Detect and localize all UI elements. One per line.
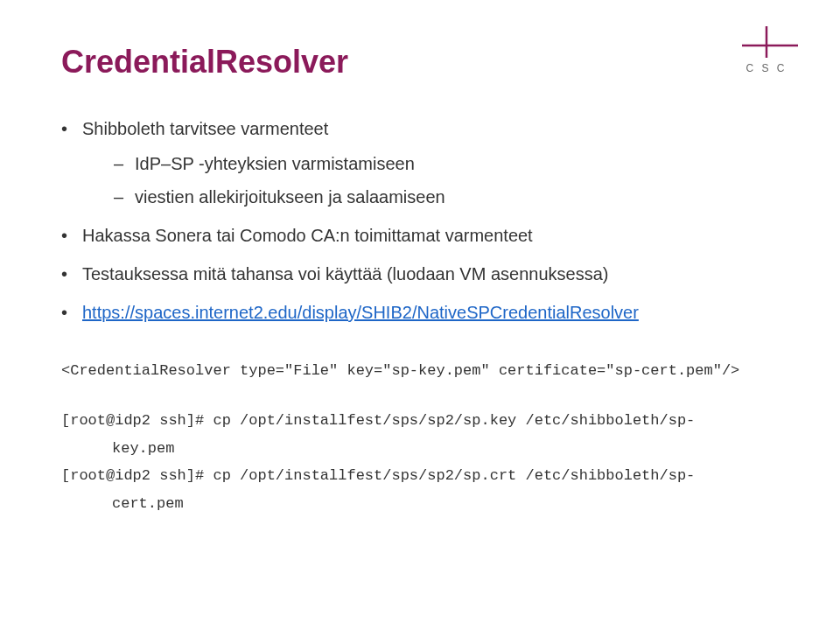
- sub-bullet-text: viestien allekirjoitukseen ja salaamisee…: [135, 187, 445, 206]
- code-line-continuation: key.pem: [61, 435, 779, 462]
- bullet-text: Hakassa Sonera tai Comodo CA:n toimittam…: [82, 226, 533, 245]
- sub-bullet-list: IdP–SP -yhteyksien varmistamiseen viesti…: [82, 150, 779, 210]
- slide-title: CredentialResolver: [61, 44, 779, 80]
- code-line: <CredentialResolver type="File" key="sp-…: [61, 357, 779, 384]
- code-block: <CredentialResolver type="File" key="sp-…: [61, 357, 779, 517]
- code-line-continuation: cert.pem: [61, 490, 779, 517]
- code-line: [root@idp2 ssh]# cp /opt/installfest/sps…: [61, 407, 779, 434]
- code-line: [root@idp2 ssh]# cp /opt/installfest/sps…: [61, 462, 779, 489]
- bullet-text: Testauksessa mitä tahansa voi käyttää (l…: [82, 264, 608, 284]
- sub-bullet-item: IdP–SP -yhteyksien varmistamiseen: [114, 150, 779, 177]
- bullet-item: Shibboleth tarvitsee varmenteet IdP–SP -…: [61, 116, 779, 210]
- svg-text:C S C: C S C: [746, 62, 787, 74]
- sub-bullet-text: IdP–SP -yhteyksien varmistamiseen: [135, 154, 415, 173]
- bullet-link[interactable]: https://spaces.internet2.edu/display/SHI…: [82, 303, 639, 322]
- slide-content: Shibboleth tarvitsee varmenteet IdP–SP -…: [61, 116, 779, 517]
- bullet-list: Shibboleth tarvitsee varmenteet IdP–SP -…: [61, 116, 779, 326]
- slide: C S C CredentialResolver Shibboleth tarv…: [0, 0, 840, 630]
- bullet-item: https://spaces.internet2.edu/display/SHI…: [61, 299, 779, 326]
- sub-bullet-item: viestien allekirjoitukseen ja salaamisee…: [114, 184, 779, 210]
- bullet-text: Shibboleth tarvitsee varmenteet: [82, 119, 328, 138]
- csc-logo: C S C: [732, 24, 802, 77]
- bullet-item: Testauksessa mitä tahansa voi käyttää (l…: [61, 261, 779, 287]
- bullet-item: Hakassa Sonera tai Comodo CA:n toimittam…: [61, 222, 779, 248]
